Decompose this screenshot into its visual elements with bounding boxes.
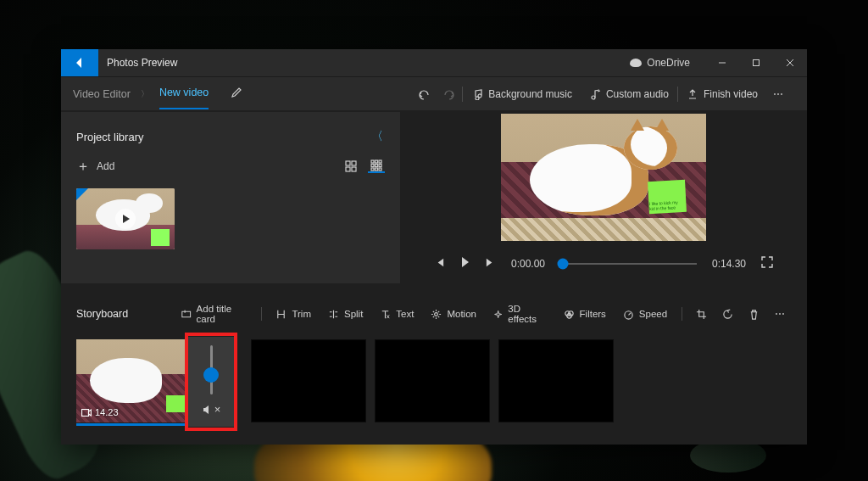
svg-rect-5 — [346, 161, 350, 165]
play-overlay-icon — [115, 209, 136, 229]
svg-rect-25 — [82, 409, 89, 416]
finish-video-button[interactable]: Finish video — [678, 77, 766, 110]
storyboard-more-button[interactable]: ⋯ — [770, 308, 792, 320]
export-icon — [687, 88, 698, 100]
music-icon — [471, 88, 483, 100]
prev-frame-button[interactable] — [434, 256, 445, 271]
cloud-icon — [630, 59, 642, 67]
panel-title: Project library — [76, 131, 143, 143]
delete-button[interactable] — [743, 309, 765, 320]
library-clip-thumbnail[interactable] — [76, 188, 175, 249]
content-row: Project library 〈 ＋ Add — [61, 110, 807, 294]
fullscreen-button[interactable] — [761, 256, 773, 271]
collapse-panel-button[interactable]: 〈 — [371, 129, 385, 144]
view-large-button[interactable] — [342, 159, 359, 173]
onedrive-status[interactable]: OneDrive — [630, 57, 690, 69]
text-button[interactable]: Text — [374, 309, 420, 320]
custom-audio-label: Custom audio — [606, 88, 669, 100]
crop-icon — [696, 309, 707, 320]
svg-rect-9 — [371, 160, 374, 163]
seek-bar[interactable] — [560, 263, 697, 265]
app-window: Photos Preview OneDrive Video Editor 〉 N… — [61, 49, 807, 445]
trim-button[interactable]: Trim — [270, 309, 317, 320]
app-title: Photos Preview — [107, 57, 177, 69]
close-icon — [786, 59, 794, 67]
storyboard-toolbar: Storyboard Add title card Trim Split Tex… — [76, 304, 792, 324]
svg-rect-11 — [379, 160, 381, 163]
play-button[interactable] — [460, 256, 470, 271]
svg-rect-15 — [371, 168, 374, 171]
volume-thumb[interactable] — [203, 367, 219, 383]
more-button[interactable]: ⋯ — [766, 77, 792, 110]
project-library-panel: Project library 〈 ＋ Add — [61, 112, 400, 283]
background-music-button[interactable]: Background music — [463, 77, 581, 110]
filters-icon — [564, 309, 575, 320]
player-controls: 0:00.00 0:14.30 — [400, 256, 807, 271]
svg-rect-12 — [371, 165, 374, 167]
view-small-button[interactable] — [368, 159, 385, 173]
add-label: Add — [97, 160, 114, 172]
sticky-note-text: I like to kick my kid in the face — [649, 199, 684, 211]
ellipsis-icon: ⋯ — [773, 88, 785, 100]
filters-button[interactable]: Filters — [558, 309, 612, 320]
maximize-button[interactable] — [739, 49, 773, 76]
3d-effects-button[interactable]: 3D effects — [487, 304, 553, 324]
redo-button[interactable] — [437, 77, 462, 110]
svg-rect-10 — [376, 160, 378, 163]
close-button[interactable] — [773, 49, 807, 76]
svg-rect-16 — [376, 168, 378, 171]
svg-point-20 — [435, 312, 438, 316]
preview-area: I like to kick my kid in the face 0:00.0… — [400, 110, 807, 294]
motion-button[interactable]: Motion — [425, 309, 482, 320]
split-icon — [328, 309, 339, 320]
play-icon — [460, 256, 470, 268]
add-media-button[interactable]: ＋ Add — [76, 160, 114, 172]
maximize-icon — [752, 59, 760, 67]
crop-button[interactable] — [691, 309, 712, 320]
split-button[interactable]: Split — [322, 309, 369, 320]
storyboard-clip[interactable] — [251, 339, 366, 422]
finish-label: Finish video — [704, 88, 758, 100]
storyboard-clips: 14.23 × — [76, 339, 792, 422]
grid-large-icon — [345, 160, 357, 172]
bg-music-label: Background music — [488, 88, 572, 100]
volume-popup[interactable]: × — [188, 337, 234, 427]
minimize-icon — [718, 59, 726, 67]
arrow-left-icon — [73, 56, 86, 70]
add-title-card-button[interactable]: Add title card — [175, 304, 252, 324]
fullscreen-icon — [761, 256, 773, 268]
redo-icon — [443, 88, 455, 100]
breadcrumb-current[interactable]: New video — [159, 87, 209, 102]
titlebar: Photos Preview OneDrive — [61, 49, 807, 76]
seek-thumb[interactable] — [558, 259, 569, 270]
storyboard-clip[interactable] — [498, 339, 614, 422]
step-forward-icon — [485, 257, 496, 268]
mute-button[interactable]: × — [202, 403, 221, 416]
text-icon — [380, 309, 391, 320]
next-frame-button[interactable] — [485, 256, 496, 271]
storyboard-clip[interactable]: 14.23 × — [76, 339, 192, 422]
divider — [261, 307, 262, 321]
breadcrumb-root[interactable]: Video Editor — [73, 88, 131, 100]
pencil-icon[interactable] — [231, 87, 242, 102]
trash-icon — [748, 309, 760, 320]
svg-point-24 — [625, 310, 632, 318]
svg-rect-17 — [379, 168, 381, 171]
video-preview[interactable]: I like to kick my kid in the face — [501, 114, 706, 241]
volume-slider[interactable] — [210, 345, 213, 394]
storyboard-clip[interactable] — [375, 339, 490, 422]
minimize-button[interactable] — [705, 49, 739, 76]
chevron-left-icon: 〈 — [371, 129, 383, 143]
speed-button[interactable]: Speed — [617, 309, 673, 320]
onedrive-label: OneDrive — [647, 57, 690, 69]
back-button[interactable] — [61, 49, 98, 76]
undo-button[interactable] — [411, 77, 437, 110]
motion-icon — [431, 309, 442, 320]
command-bar: Video Editor 〉 New video Background musi… — [61, 76, 807, 110]
speed-icon — [623, 309, 634, 320]
storyboard-title: Storyboard — [76, 308, 128, 320]
svg-rect-6 — [352, 161, 356, 165]
divider — [682, 307, 682, 321]
custom-audio-button[interactable]: Custom audio — [581, 77, 677, 110]
rotate-button[interactable] — [717, 309, 738, 320]
